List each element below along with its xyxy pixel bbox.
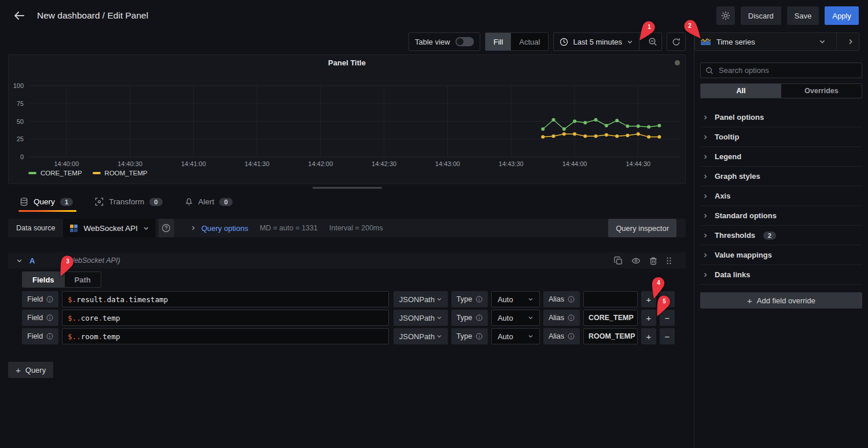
language-select[interactable]: JSONPath — [393, 328, 448, 344]
filter-overrides[interactable]: Overrides — [781, 84, 862, 98]
info-icon[interactable] — [568, 296, 575, 303]
legend-item-room_temp[interactable]: ROOM_TEMP — [93, 170, 148, 177]
chevron-down-icon[interactable] — [819, 38, 831, 45]
field-row: Field$.result.data.timestampJSONPathType… — [22, 291, 675, 307]
visualization-picker[interactable]: Time series — [694, 32, 859, 51]
tab-query[interactable]: Query1 — [19, 197, 76, 212]
save-button[interactable]: Save — [787, 6, 819, 25]
chevron-right-icon — [703, 193, 708, 199]
query-header[interactable]: A (WebSocket API) — [8, 252, 686, 269]
fill-option[interactable]: Fill — [486, 33, 512, 50]
chevron-down-icon — [436, 315, 442, 321]
query-options-toggle[interactable]: Query options — [190, 224, 248, 233]
panel-header[interactable]: Panel Title — [9, 55, 685, 70]
tab-transform[interactable]: Transform0 — [94, 197, 165, 212]
language-select[interactable]: JSONPath — [393, 310, 448, 326]
type-select[interactable]: Auto — [491, 291, 540, 307]
sidebar-section-legend[interactable]: Legend — [700, 147, 862, 167]
info-icon[interactable] — [568, 314, 575, 321]
remove-field-button[interactable]: − — [660, 328, 675, 344]
alias-label-chip: Alias — [543, 328, 580, 344]
datasource-help-button[interactable] — [159, 219, 174, 237]
search-input[interactable] — [718, 65, 857, 75]
query-actions — [614, 256, 672, 265]
add-field-override-button[interactable]: + Add field override — [700, 292, 862, 309]
sidebar-section-value-mappings[interactable]: Value mappings — [700, 245, 862, 265]
hide-query-icon[interactable] — [631, 256, 641, 265]
discard-button[interactable]: Discard — [741, 6, 781, 25]
sidebar-section-panel-options[interactable]: Panel options — [700, 108, 862, 127]
sidebar-section-thresholds[interactable]: Thresholds2 — [700, 226, 862, 245]
time-range-picker[interactable]: Last 5 minutes — [560, 38, 633, 46]
language-select[interactable]: JSONPath — [393, 291, 448, 307]
fill-actual-segment: Fill Actual — [485, 32, 549, 51]
info-icon[interactable] — [46, 296, 53, 303]
drag-handle-icon[interactable] — [666, 256, 672, 265]
sidebar-section-tooltip[interactable]: Tooltip — [700, 127, 862, 147]
chevron-right-icon — [703, 134, 708, 140]
settings-button[interactable] — [716, 6, 735, 25]
delete-query-icon[interactable] — [649, 256, 657, 265]
tab-label: Query — [34, 197, 55, 206]
datasource-name: WebSocket API — [83, 224, 138, 233]
field-rows: Field$.result.data.timestampJSONPathType… — [22, 291, 686, 344]
chart[interactable]: 025507510014:40:0014:40:3014:41:0014:41:… — [9, 70, 685, 167]
section-label: Legend — [715, 152, 741, 161]
add-field-override-label: Add field override — [757, 296, 815, 305]
alias-input[interactable]: CORE_TEMP — [583, 310, 638, 326]
chevron-down-icon[interactable] — [16, 258, 23, 264]
legend-swatch — [93, 172, 101, 174]
legend-item-core_temp[interactable]: CORE_TEMP — [28, 170, 82, 177]
info-icon[interactable] — [46, 314, 53, 321]
alias-input[interactable]: ROOM_TEMP — [583, 328, 638, 344]
options-search — [700, 63, 862, 78]
database-icon — [20, 197, 28, 206]
section-label: Thresholds — [715, 231, 755, 240]
resize-handle[interactable] — [312, 187, 382, 189]
query-inspector-button[interactable]: Query inspector — [608, 219, 676, 237]
edit-panel-main: Table view Fill Actual Last 5 minutes — [0, 31, 686, 448]
pin-number: 1 — [648, 24, 651, 30]
info-icon[interactable] — [46, 333, 53, 340]
apply-button[interactable]: Apply — [825, 6, 859, 25]
type-label-chip: Type — [451, 291, 488, 307]
divider — [836, 33, 837, 50]
type-select[interactable]: Auto — [491, 310, 540, 326]
sidebar-section-standard-options[interactable]: Standard options — [700, 206, 862, 226]
plus-icon: + — [747, 296, 752, 306]
field-path-input[interactable]: $..core.temp — [62, 310, 389, 326]
back-button[interactable] — [9, 6, 29, 25]
actual-option[interactable]: Actual — [511, 33, 548, 50]
datasource-select[interactable]: WebSocket API — [63, 219, 156, 237]
svg-text:75: 75 — [17, 100, 24, 107]
section-count-badge: 2 — [763, 232, 776, 240]
add-field-button[interactable]: + — [641, 328, 656, 344]
table-view-toggle[interactable] — [455, 37, 474, 46]
type-select[interactable]: Auto — [491, 328, 540, 344]
collapse-pane-button[interactable] — [842, 33, 859, 50]
pane-splitter[interactable] — [686, 31, 694, 448]
filter-all[interactable]: All — [701, 84, 781, 98]
field-row: Field$..room.tempJSONPathTypeAutoAliasRO… — [22, 328, 675, 344]
add-query-button[interactable]: + Query — [8, 362, 53, 378]
panel-toolbar: Table view Fill Actual Last 5 minutes — [8, 32, 686, 51]
chevron-down-icon — [627, 39, 633, 45]
sidebar-section-axis[interactable]: Axis — [700, 186, 862, 206]
field-path-input[interactable]: $..room.temp — [62, 328, 389, 344]
page-title: New dashboard / Edit Panel — [37, 10, 148, 21]
gear-icon — [721, 11, 730, 20]
field-path-input[interactable]: $.result.data.timestamp — [62, 291, 389, 307]
section-label: Data links — [715, 270, 750, 279]
info-icon[interactable] — [568, 333, 575, 340]
info-icon[interactable] — [476, 314, 483, 321]
tab-alert[interactable]: Alert0 — [183, 197, 236, 212]
sidebar-section-data-links[interactable]: Data links — [700, 265, 862, 285]
info-icon[interactable] — [476, 333, 483, 340]
info-icon[interactable] — [476, 296, 483, 303]
sidebar-section-graph-styles[interactable]: Graph styles — [700, 167, 862, 186]
alias-input[interactable] — [583, 291, 638, 307]
duplicate-query-icon[interactable] — [614, 256, 623, 265]
chevron-down-icon — [436, 296, 442, 302]
tab-count-badge: 0 — [219, 198, 232, 206]
query-options-label: Query options — [201, 224, 248, 233]
